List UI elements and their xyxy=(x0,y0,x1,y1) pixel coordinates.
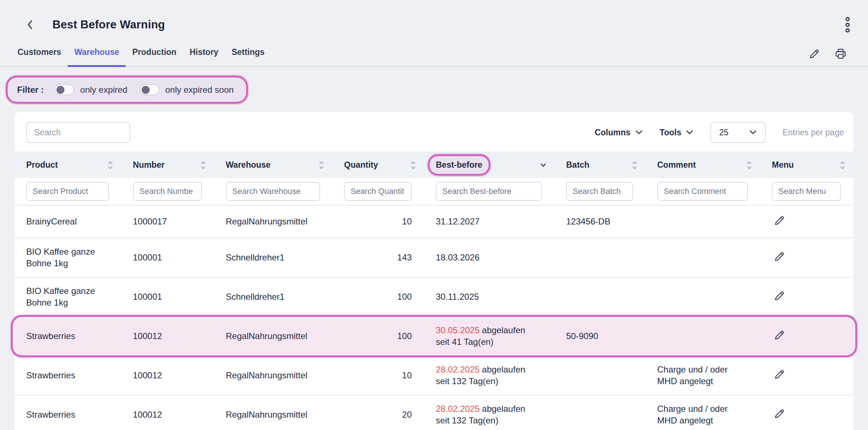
pencil-icon xyxy=(808,47,821,60)
edit-button[interactable] xyxy=(808,47,821,60)
tabs: CustomersWarehouseProductionHistorySetti… xyxy=(11,47,271,66)
column-header-product[interactable]: Product xyxy=(15,160,121,170)
sort-both-icon[interactable] xyxy=(746,160,752,170)
column-search-quantity[interactable] xyxy=(344,182,412,201)
titlebar: Best Before Warning xyxy=(0,0,868,34)
sort-both-icon[interactable] xyxy=(632,160,638,170)
cell-best-before: 28.02.2025 abgelaufen seit 132 Tag(en) xyxy=(424,395,555,430)
toggle-group-only-expired-soon: only expired soon xyxy=(140,84,234,95)
chevron-down-icon xyxy=(686,130,694,135)
best-before-date: 30.11.2025 xyxy=(436,292,479,302)
column-label-comment: Comment xyxy=(657,160,696,170)
table-row[interactable]: Strawberries100012RegalNahrungsmittel102… xyxy=(15,356,853,395)
pencil-icon xyxy=(773,250,786,263)
back-button[interactable] xyxy=(23,17,37,32)
tab-customers[interactable]: Customers xyxy=(11,47,68,67)
sort-both-icon[interactable] xyxy=(200,160,206,170)
best-before-date: 18.03.2026 xyxy=(436,252,480,262)
column-search-best-before[interactable] xyxy=(436,182,542,201)
search-cell-quantity xyxy=(332,182,424,201)
column-search-warehouse[interactable] xyxy=(226,182,320,201)
product-text: BIO Kaffee ganze Bohne 1kg xyxy=(26,285,110,308)
pencil-icon xyxy=(773,368,786,381)
best-before-date: 28.02.2025 xyxy=(436,365,480,374)
best-before-text: 31.12.2027 xyxy=(436,216,538,227)
column-search-number[interactable] xyxy=(133,182,202,201)
cell-menu xyxy=(760,359,853,391)
best-before-text: 18.03.2026 xyxy=(436,252,538,263)
row-edit-button[interactable] xyxy=(772,328,786,342)
sort-both-icon[interactable] xyxy=(840,160,845,170)
best-before-text: 28.02.2025 abgelaufen seit 132 Tag(en) xyxy=(436,364,538,387)
page-title: Best Before Warning xyxy=(52,18,165,31)
column-search-menu[interactable] xyxy=(772,182,841,201)
kebab-menu-button[interactable] xyxy=(843,15,852,34)
tools-dropdown[interactable]: Tools xyxy=(660,128,694,138)
table-row[interactable]: BrainyCereal1000017RegalNahrungsmittel10… xyxy=(15,206,853,238)
cell-number: 1000017 xyxy=(121,208,214,235)
table-row[interactable]: Strawberries100012RegalNahrungsmittel202… xyxy=(15,395,853,430)
print-button[interactable] xyxy=(834,47,848,60)
best-before-date: 31.12.2027 xyxy=(436,216,480,226)
cell-product: Strawberries xyxy=(15,362,121,389)
cell-best-before: 30.05.2025 abgelaufen seit 41 Tag(en) xyxy=(424,317,555,355)
column-search-product[interactable] xyxy=(26,182,109,201)
search-cell-menu xyxy=(760,182,853,201)
tab-history[interactable]: History xyxy=(183,47,225,67)
filter-annotation: Filter : only expiredonly expired soon xyxy=(6,76,248,104)
columns-dropdown-label: Columns xyxy=(595,128,630,138)
row-edit-button[interactable] xyxy=(772,213,786,228)
tab-settings[interactable]: Settings xyxy=(225,47,271,67)
table-row[interactable]: BIO Kaffee ganze Bohne 1kg100001Schnelld… xyxy=(15,278,853,317)
column-header-quantity[interactable]: Quantity xyxy=(332,160,424,170)
cell-number: 100012 xyxy=(121,401,214,428)
pencil-icon xyxy=(773,407,786,420)
column-header-batch[interactable]: Batch xyxy=(555,160,646,170)
sort-both-icon[interactable] xyxy=(410,160,416,170)
cell-warehouse: Schnelldreher1 xyxy=(214,244,332,271)
sort-desc-icon[interactable] xyxy=(540,163,547,168)
cell-warehouse: Schnelldreher1 xyxy=(214,283,332,310)
table-row[interactable]: BIO Kaffee ganze Bohne 1kg100001Schnelld… xyxy=(15,238,853,278)
cell-comment xyxy=(646,289,760,304)
product-text: Strawberries xyxy=(26,330,110,342)
pencil-icon xyxy=(773,289,786,302)
table-row-highlighted[interactable]: Strawberries100012RegalNahrungsmittel100… xyxy=(15,317,853,356)
sort-both-icon[interactable] xyxy=(107,160,113,170)
cell-number: 100012 xyxy=(121,362,214,389)
column-header-menu[interactable]: Menu xyxy=(760,160,853,170)
tabs-bar: CustomersWarehouseProductionHistorySetti… xyxy=(0,47,868,67)
column-search-batch[interactable] xyxy=(566,182,633,201)
toggle-only-expired-soon[interactable] xyxy=(140,84,159,95)
tab-production[interactable]: Production xyxy=(126,47,183,67)
product-text: BIO Kaffee ganze Bohne 1kg xyxy=(26,246,110,269)
columns-dropdown[interactable]: Columns xyxy=(595,128,643,138)
column-header-warehouse[interactable]: Warehouse xyxy=(214,160,332,170)
sort-both-icon[interactable] xyxy=(319,160,324,170)
tab-warehouse[interactable]: Warehouse xyxy=(68,47,126,67)
search-input[interactable] xyxy=(26,122,130,143)
cell-menu xyxy=(760,399,853,430)
row-edit-button[interactable] xyxy=(772,288,786,303)
row-edit-button[interactable] xyxy=(772,367,786,382)
toggle-only-expired[interactable] xyxy=(55,84,74,95)
product-text: Strawberries xyxy=(26,409,110,421)
row-edit-button[interactable] xyxy=(772,406,786,421)
column-header-number[interactable]: Number xyxy=(121,160,214,170)
column-header-comment[interactable]: Comment xyxy=(646,160,760,170)
column-search-comment[interactable] xyxy=(657,182,748,201)
toggle-knob xyxy=(142,86,150,94)
cell-warehouse: RegalNahrungsmittel xyxy=(214,208,332,235)
pencil-icon xyxy=(773,214,786,227)
cell-number: 100001 xyxy=(121,244,214,271)
chevron-down-icon xyxy=(749,130,757,135)
row-edit-button[interactable] xyxy=(772,249,786,264)
cell-menu xyxy=(760,206,853,238)
column-label-number: Number xyxy=(133,160,165,170)
column-header-best-before[interactable]: Best-before xyxy=(424,160,555,170)
cell-quantity: 20 xyxy=(332,401,424,428)
cell-quantity: 10 xyxy=(332,362,424,389)
page-size-select[interactable]: 25 xyxy=(710,122,766,143)
column-label-menu: Menu xyxy=(772,160,794,170)
cell-batch xyxy=(555,368,646,383)
